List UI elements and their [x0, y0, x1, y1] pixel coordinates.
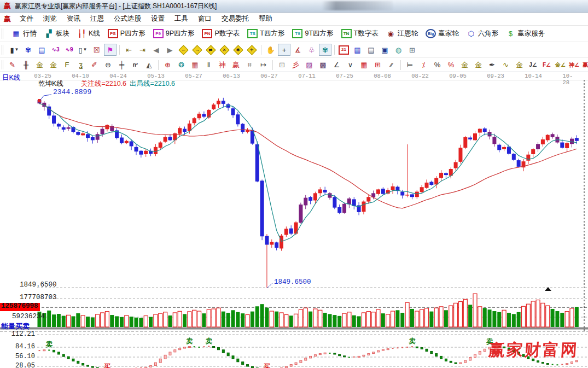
tool-bar-pair-icon[interactable]: ‖	[202, 59, 215, 71]
tool-pencil-icon[interactable]: ✎	[6, 59, 19, 71]
tool-winner-line-icon[interactable]: 赢	[230, 59, 242, 71]
toolbar-button-quotes[interactable]: ▦行情	[8, 28, 40, 39]
tool-fan-lines-icon[interactable]: 彡	[289, 59, 302, 71]
tool-diamond-collapse-icon[interactable]: ✕	[218, 44, 231, 56]
tool-wave-check-icon[interactable]: ∨	[344, 59, 357, 71]
tool-hand-tool-icon[interactable]: ✋	[264, 44, 277, 56]
tool-angle-tool-icon[interactable]: ∡	[292, 44, 304, 56]
tool-ink-pen-icon[interactable]: ✒	[486, 59, 498, 71]
tool-wave-9-icon[interactable]: ∿9	[63, 44, 75, 56]
toolbar-grip[interactable]	[2, 28, 5, 39]
menu-item-5[interactable]: 公式选股	[109, 13, 146, 25]
tool-prev-bar-icon[interactable]: ◀	[150, 44, 162, 56]
tool-diamond-right-icon[interactable]: →	[191, 44, 203, 56]
toolbar-button-hexagon[interactable]: ⬡六角形	[463, 28, 503, 39]
tool-ruler-icon[interactable]: ╫	[20, 59, 32, 71]
tool-first-bar-icon[interactable]: ⇤	[123, 44, 135, 56]
toolbar-button-winner-wheel[interactable]: Big赢家轮	[422, 28, 463, 39]
menu-item-3[interactable]: 资讯	[62, 13, 85, 25]
tool-diamond-left-icon[interactable]: ←	[177, 44, 190, 56]
tool-slant-lines-icon[interactable]: ∕∕	[385, 59, 398, 71]
tool-god-line-icon[interactable]: 神	[216, 59, 229, 71]
toolbar-button-9p-square[interactable]: P99P四方形	[149, 28, 199, 39]
menu-item-6[interactable]: 设置	[146, 13, 170, 25]
tool-grid-red-icon[interactable]: ▦	[358, 59, 370, 71]
tool-diamond-swap-icon[interactable]: ⇄	[205, 44, 217, 56]
tool-f-angle-icon[interactable]: F∠	[540, 59, 553, 71]
toolbar-button-t-number-table[interactable]: TNT数字表	[337, 28, 382, 39]
tool-spiral-icon[interactable]: ʓ	[74, 59, 87, 71]
tool-gold-square-a-icon[interactable]: 金	[33, 59, 46, 71]
sub-indicator-name[interactable]: 能量买卖	[1, 323, 30, 330]
tool-f-ruler-icon[interactable]: F	[61, 59, 73, 71]
menu-item-4[interactable]: 江恩	[85, 13, 109, 25]
tool-circle-gauge-icon[interactable]: ⊖	[102, 59, 114, 71]
tool-ruler-b-icon[interactable]: ╪	[115, 59, 128, 71]
tool-chart-flag-icon[interactable]: ⚑	[104, 44, 117, 56]
tool-n-square-icon[interactable]: n²	[129, 59, 142, 71]
tool-gold-square-b-icon[interactable]: 金	[47, 59, 60, 71]
toolbar-button-t-square[interactable]: TST四方形	[243, 28, 288, 39]
tool-next-bar-icon[interactable]: ▶	[164, 44, 176, 56]
tool-web-export-icon[interactable]: ◍	[392, 44, 405, 56]
tool-grid-arrow-icon[interactable]: ⊞	[371, 59, 384, 71]
tool-fan-grid-icon[interactable]: ▩	[317, 59, 329, 71]
toolbar-button-p-number-table[interactable]: PNP数字表	[198, 28, 243, 39]
tool-j-angle-icon[interactable]: J∠	[527, 59, 539, 71]
tool-trade-delegate-icon[interactable]: ⊞	[406, 44, 418, 56]
menu-item-8[interactable]: 窗口	[193, 13, 217, 25]
tool-fan-square-icon[interactable]: ▨	[303, 59, 316, 71]
tool-diamond-star-icon[interactable]: ✱	[232, 44, 244, 56]
tool-frame-tool-icon[interactable]: ⊡	[276, 59, 288, 71]
tool-gold-circle-icon[interactable]: 金	[458, 59, 471, 71]
tool-calculator-icon[interactable]: ▦	[351, 44, 364, 56]
tool-memo-icon[interactable]: ▤	[365, 44, 377, 56]
toolbar-button-9t-square[interactable]: T99T四方形	[288, 28, 337, 39]
tool-gann-tools-icon[interactable]: ✾	[22, 44, 34, 56]
menu-item-9[interactable]: 交易委托	[217, 13, 254, 25]
tool-notes-icon[interactable]: ▤	[36, 44, 48, 56]
tool-stat-ladder-icon[interactable]: ⊨	[404, 59, 416, 71]
tool-god-angle-icon[interactable]: 神∠	[568, 59, 580, 71]
kline-chart-canvas[interactable]: 卖买卖卖买卖卖	[0, 72, 588, 368]
tool-bar-width-icon[interactable]: ↦	[257, 59, 270, 71]
tool-gold-under-icon[interactable]: 金	[513, 59, 526, 71]
tool-wave-3-icon[interactable]: ∿3	[49, 44, 62, 56]
tool-number-grid-icon[interactable]: ⌗	[243, 59, 256, 71]
menu-item-10[interactable]: 帮助	[254, 13, 277, 25]
tool-web-circle-icon[interactable]: ❂	[175, 59, 188, 71]
tool-grid-target-icon[interactable]: ▦	[189, 59, 201, 71]
toolbar-grip[interactable]	[2, 60, 3, 69]
tool-hotkey-icon[interactable]: ☒	[90, 44, 103, 56]
tool-crosshair-tool-icon[interactable]: +	[278, 44, 290, 56]
menu-item-2[interactable]: 浏览	[38, 13, 62, 25]
tool-candle-type-icon[interactable]: ▯▼	[77, 44, 89, 56]
toolbar-button-kline[interactable]: ╽╿K线	[73, 28, 104, 39]
menu-item-7[interactable]: 工具	[170, 13, 193, 25]
toolbar-grip[interactable]	[2, 45, 5, 55]
tool-percent-slash-icon[interactable]: ⁒	[417, 59, 430, 71]
title-bar[interactable]: 赢 赢家江恩专业版[赢家内部服务平台] - [上证指数 SH1A0001-167…	[0, 0, 588, 13]
tool-qiankun-toggle-icon[interactable]: ✾	[319, 44, 331, 56]
toolbar-button-gann-wheel[interactable]: ◉江恩轮	[382, 28, 422, 39]
tool-structure-tool-icon[interactable]: ♧	[305, 44, 318, 56]
toolbar-button-p-square[interactable]: PSP四方形	[104, 28, 149, 39]
tool-percent-icon[interactable]: %	[431, 59, 444, 71]
tool-circle-cross-icon[interactable]: ⊕	[161, 59, 174, 71]
toolbar-button-sectors[interactable]: ▞板块	[40, 28, 73, 39]
tool-last-bar-icon[interactable]: ⇥	[136, 44, 149, 56]
toolbar-button-winner-service[interactable]: $赢家服务	[502, 28, 549, 39]
tool-gold-angle-icon[interactable]: 金∠	[554, 59, 567, 71]
tool-angle-lines-icon[interactable]: ∠	[330, 59, 343, 71]
tool-marker-pen-icon[interactable]: ✐	[88, 59, 101, 71]
panel-period-label[interactable]: 日K线	[2, 74, 20, 82]
tool-gold-triple-icon[interactable]: 金	[472, 59, 485, 71]
tool-diamond-expand-icon[interactable]: ✛	[246, 44, 258, 56]
tool-calendar-icon[interactable]: 21	[337, 44, 350, 56]
tool-compass-icon[interactable]: ◭	[143, 59, 155, 71]
tool-wave-gold-icon[interactable]: ∿	[499, 59, 512, 71]
tool-winner-angle-icon[interactable]: 赢∠	[581, 59, 588, 71]
tool-percent-equal-icon[interactable]: %	[445, 59, 457, 71]
tool-save-icon[interactable]: ▣	[379, 44, 391, 56]
menu-item-1[interactable]: 文件	[15, 13, 38, 25]
